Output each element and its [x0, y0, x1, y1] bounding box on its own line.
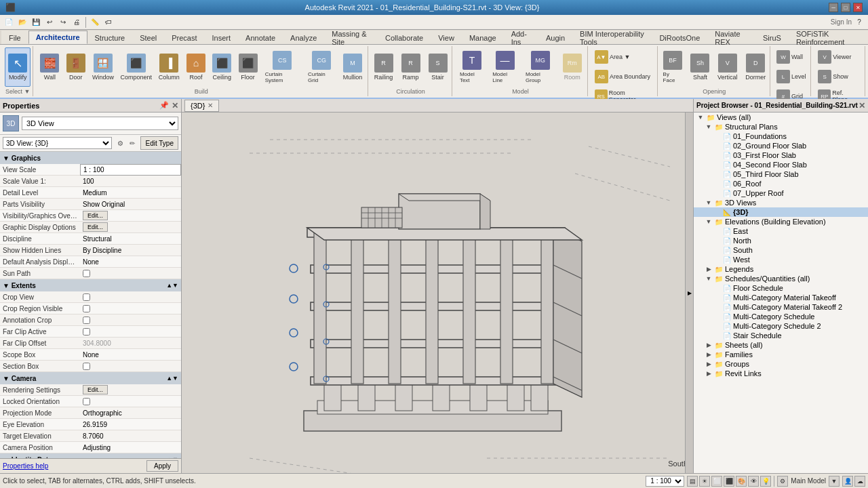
tree-item[interactable]: 📄Floor Schedule [694, 283, 868, 293]
crop-region-visible-checkbox[interactable] [83, 305, 90, 312]
tree-item[interactable]: 📄01_Foundations [694, 131, 868, 141]
tree-item[interactable]: 📐{3D} [694, 207, 868, 217]
far-clip-active-checkbox[interactable] [83, 328, 90, 336]
tab-manage[interactable]: Manage [462, 30, 504, 44]
viewer-button[interactable]: V Viewer [815, 47, 854, 66]
floor-button[interactable]: ⬛ Floor [235, 47, 260, 87]
area-button[interactable]: A▼ Area ▼ [592, 47, 633, 66]
tree-item[interactable]: ▶📁Groups [694, 359, 868, 369]
view-temporary-hide[interactable]: 👁 [748, 476, 759, 487]
section-graphics[interactable]: ▼ Graphics [0, 152, 181, 164]
view-reveal-hidden[interactable]: 💡 [760, 476, 771, 487]
tab-architecture[interactable]: Architecture [28, 30, 87, 44]
tree-item[interactable]: ▼📁3D Views [694, 198, 868, 207]
column-button[interactable]: ▐ Column [156, 47, 182, 87]
tab-massing[interactable]: Massing & Site [324, 30, 378, 44]
room-button[interactable]: Rm Room [560, 47, 585, 87]
measure-button[interactable]: 📏 [89, 16, 101, 28]
tree-item[interactable]: 📄Multi-Category Schedule [694, 312, 868, 321]
tab-collaborate[interactable]: Collaborate [378, 30, 431, 44]
tree-item[interactable]: 📄02_Ground Floor Slab [694, 141, 868, 150]
section-camera[interactable]: ▼ Camera ▲▼ [0, 372, 181, 384]
tab-view[interactable]: View [431, 30, 462, 44]
tree-item[interactable]: ▶📁Sheets (all) [694, 340, 868, 350]
modify-button[interactable]: ↖ Modify [5, 47, 31, 87]
sun-path-checkbox[interactable] [83, 270, 90, 277]
apply-button[interactable]: Apply [146, 460, 178, 472]
crop-view-checkbox[interactable] [83, 293, 90, 301]
tab-sirus[interactable]: SiruS [755, 30, 789, 44]
viewport-scrollbar-right[interactable]: ▶ [685, 113, 693, 473]
section-identity-data[interactable]: ▼ Identity Data ▲▼ [0, 453, 181, 458]
model-group-button[interactable]: MG Model Group [522, 47, 559, 87]
dormer-button[interactable]: D Dormer [742, 47, 769, 87]
tree-item[interactable]: ▶📁Families [694, 350, 868, 359]
model-line-button[interactable]: — Model Line [489, 47, 521, 87]
save-button[interactable]: 💾 [30, 16, 42, 28]
view-crop-region[interactable]: ⬜ [711, 476, 722, 487]
by-face-button[interactable]: BF By Face [660, 47, 686, 87]
edit-type-button[interactable]: Edit Type [140, 136, 178, 150]
graphic-display-edit-button[interactable]: Edit... [83, 222, 108, 232]
tree-item[interactable]: 📄South [694, 245, 868, 255]
undo-button[interactable]: ↩ [43, 16, 56, 28]
view-rendering[interactable]: 🎨 [736, 476, 747, 487]
curtain-system-button[interactable]: CS Curtain System [262, 47, 303, 87]
tree-item[interactable]: ▼📁Schedules/Quantities (all) [694, 274, 868, 283]
tree-item[interactable]: ▶📁Legends [694, 264, 868, 274]
maximize-button[interactable]: □ [841, 3, 850, 12]
stair-button[interactable]: S Stair [425, 47, 451, 87]
user-icon[interactable]: 👤 [842, 476, 853, 487]
tree-item[interactable]: 📄Multi-Category Material Takeoff 2 [694, 302, 868, 312]
visibility-graphics-edit-button[interactable]: Edit... [83, 211, 108, 220]
scale-dropdown[interactable]: 1 : 100 [646, 476, 684, 487]
type-dropdown[interactable]: 3D View [22, 117, 178, 130]
redo-button[interactable]: ↪ [57, 16, 69, 28]
tree-item[interactable]: 📄07_Upper Roof [694, 188, 868, 198]
locked-orientation-checkbox[interactable] [83, 398, 90, 405]
component-button[interactable]: ⬛ Component [118, 47, 155, 87]
area-boundary-button[interactable]: AB Area Boundary [592, 67, 653, 86]
minimize-button[interactable]: ─ [829, 3, 838, 12]
tree-item[interactable]: 📄Multi-Category Schedule 2 [694, 321, 868, 331]
properties-help-link[interactable]: Properties help [3, 462, 48, 470]
tree-item[interactable]: 📄04_Second Floor Slab [694, 160, 868, 169]
tab-naviate[interactable]: Naviate REX [707, 30, 755, 44]
tree-item[interactable]: 📄05_Third Floor Slab [694, 169, 868, 179]
tree-item[interactable]: ▼📁Views (all) [694, 113, 868, 122]
tree-item[interactable]: 📄North [694, 236, 868, 245]
tab-sofistik[interactable]: SOFiSTiK Reinforcement [789, 30, 868, 44]
door-button[interactable]: 🚪 Door [64, 47, 88, 87]
ceiling-button[interactable]: ⬛ Ceiling [210, 47, 234, 87]
tree-item[interactable]: 📄Multi-Category Material Takeoff [694, 293, 868, 302]
properties-pin-icon[interactable]: 📌 [159, 101, 169, 110]
worksets-button[interactable]: ▼ [829, 476, 840, 487]
tab-insert[interactable]: Insert [205, 30, 239, 44]
new-button[interactable]: 📄 [3, 16, 15, 28]
tree-item[interactable]: 📄West [694, 255, 868, 264]
section-extents[interactable]: ▼ Extents ▲▼ [0, 279, 181, 291]
props-edit-icon[interactable]: ✏ [127, 138, 138, 148]
tagall-button[interactable]: 🏷 [102, 16, 115, 28]
cloud-icon[interactable]: ☁ [854, 476, 865, 487]
tab-structure[interactable]: Structure [87, 30, 133, 44]
wall-button[interactable]: 🧱 Wall [37, 47, 62, 87]
tree-item[interactable]: 📄06_Roof [694, 179, 868, 188]
tab-steel[interactable]: Steel [132, 30, 164, 44]
show-workplane-button[interactable]: S Show [815, 67, 851, 86]
tab-diroots[interactable]: DiRootsOne [652, 30, 707, 44]
open-button[interactable]: 📂 [16, 16, 28, 28]
props-settings-icon[interactable]: ⚙ [115, 138, 125, 148]
tab-addins[interactable]: Add-Ins [504, 30, 538, 44]
help-button[interactable]: ? [853, 16, 865, 28]
view-tab-3d[interactable]: {3D} ✕ [184, 100, 219, 112]
properties-close-button[interactable]: ✕ [172, 101, 178, 110]
tab-file[interactable]: File [1, 30, 28, 44]
view-selector-dropdown[interactable]: 3D View: {3D} [3, 137, 112, 149]
tab-augin[interactable]: Augin [538, 30, 572, 44]
view-shadows[interactable]: ☀ [699, 476, 710, 487]
print-button[interactable]: 🖨 [71, 16, 83, 28]
tree-item[interactable]: ▶📁Revit Links [694, 369, 868, 378]
view-tab-close-button[interactable]: ✕ [208, 102, 213, 109]
tree-item[interactable]: 📄East [694, 226, 868, 236]
